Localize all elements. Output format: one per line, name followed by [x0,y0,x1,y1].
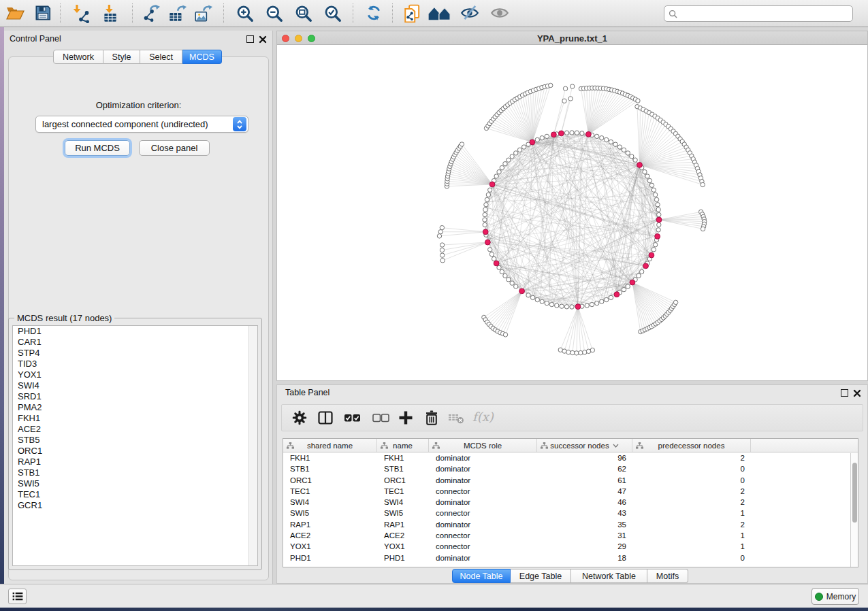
network-node[interactable] [489,252,494,256]
network-node[interactable] [570,131,574,135]
cell-MCDS-role[interactable]: dominator [429,452,537,463]
network-node[interactable] [585,303,589,308]
network-node[interactable] [530,295,534,299]
network-node[interactable] [440,248,444,252]
network-node[interactable] [437,234,441,238]
network-node[interactable] [595,134,599,138]
network-node[interactable] [440,243,444,247]
cell-name[interactable]: PHD1 [377,552,429,563]
deselect-all-checkboxes-icon[interactable] [372,410,392,427]
network-node[interactable] [563,86,567,90]
network-node[interactable] [488,188,492,192]
table-row[interactable]: RAP1RAP1dominator352 [283,519,858,530]
cell-successor-nodes[interactable]: 62 [537,463,632,474]
network-node[interactable] [497,169,501,174]
network-node[interactable] [656,228,660,232]
mcds-node[interactable] [649,252,654,258]
network-node[interactable] [656,208,660,212]
save-session-icon[interactable] [34,4,53,23]
cell-MCDS-role[interactable]: dominator [429,497,537,508]
mcds-node[interactable] [630,280,635,285]
close-panel-button[interactable]: Close panel [139,140,210,156]
network-canvas[interactable] [277,45,867,380]
network-node[interactable] [460,142,464,146]
network-node[interactable] [570,305,574,309]
cell-successor-nodes[interactable]: 47 [537,486,632,497]
mcds-node[interactable] [494,261,499,266]
mcds-result-item[interactable]: GCR1 [13,500,257,511]
network-node[interactable] [649,183,654,187]
add-column-icon[interactable] [398,410,415,427]
cell-shared-name[interactable]: RAP1 [283,519,377,530]
network-node[interactable] [613,142,617,146]
mcds-node[interactable] [656,217,662,222]
network-node[interactable] [535,137,539,142]
optimization-criterion-dropdown[interactable]: largest connected component (undirected) [35,116,248,133]
tab-motifs[interactable]: Motifs [647,569,688,583]
export-image-icon[interactable] [193,4,212,23]
network-node[interactable] [438,230,443,234]
network-node[interactable] [595,301,599,305]
cell-MCDS-role[interactable]: dominator [429,552,537,563]
column-header-predecessor-nodes[interactable]: predecessor nodes [632,439,751,452]
mcds-result-item[interactable]: ORC1 [13,446,257,457]
network-node[interactable] [575,131,579,135]
mcds-result-item[interactable]: STP4 [13,348,257,359]
network-node[interactable] [630,154,634,159]
table-row[interactable]: PHD1PHD1dominator180 [283,552,858,563]
network-node[interactable] [701,227,705,231]
column-header-successor-nodes[interactable]: successor nodes [537,439,632,452]
network-node[interactable] [526,293,530,297]
mcds-node[interactable] [551,132,556,137]
network-node[interactable] [517,148,521,152]
table-row[interactable]: FKH1FKH1dominator962 [283,452,858,463]
network-node[interactable] [570,84,574,88]
cell-shared-name[interactable]: FKH1 [283,452,377,463]
network-node[interactable] [562,349,566,353]
cell-shared-name[interactable]: ACE2 [283,530,377,541]
cell-predecessor-nodes[interactable]: 2 [632,486,751,497]
network-node[interactable] [568,97,573,101]
network-node[interactable] [503,333,507,337]
network-node[interactable] [575,351,579,355]
tab-network[interactable]: Network [53,50,103,64]
network-node[interactable] [483,212,487,216]
network-node[interactable] [507,278,511,282]
cell-predecessor-nodes[interactable]: 2 [632,497,751,508]
mcds-node[interactable] [530,139,535,145]
cell-predecessor-nodes[interactable]: 0 [632,475,751,486]
network-node[interactable] [545,134,549,138]
import-table-icon[interactable] [101,4,120,23]
task-history-button[interactable] [8,589,27,604]
mcds-node[interactable] [559,131,564,136]
cell-MCDS-role[interactable]: connector [429,486,537,497]
node-table[interactable]: shared namenameMCDS rolesuccessor nodesp… [283,438,858,567]
cell-successor-nodes[interactable]: 35 [537,519,632,530]
table-row[interactable]: ACE2ACE2connector311 [283,530,858,541]
cell-successor-nodes[interactable]: 29 [537,541,632,552]
cell-shared-name[interactable]: TEC1 [283,486,377,497]
network-node[interactable] [549,302,553,306]
cell-shared-name[interactable]: PHD1 [283,552,377,563]
tab-node-table[interactable]: Node Table [452,569,511,583]
cell-successor-nodes[interactable]: 18 [537,552,632,563]
network-node[interactable] [535,297,539,301]
mcds-result-item[interactable]: ACE2 [13,424,257,435]
cell-name[interactable]: ACE2 [377,530,429,541]
cell-predecessor-nodes[interactable]: 1 [632,508,751,518]
table-row[interactable]: STB1STB1dominator620 [283,463,858,474]
zoom-in-icon[interactable] [236,4,255,23]
table-row[interactable]: SWI5SWI5connector431 [283,508,858,518]
network-node[interactable] [503,274,507,278]
network-node[interactable] [653,193,657,197]
hide-selected-icon[interactable] [460,4,479,23]
network-node[interactable] [622,148,626,152]
cell-successor-nodes[interactable]: 31 [537,530,632,541]
cell-predecessor-nodes[interactable]: 0 [632,463,751,474]
network-node[interactable] [656,203,660,207]
import-network-icon[interactable] [72,4,91,23]
zoom-selected-icon[interactable] [323,4,342,23]
split-columns-icon[interactable] [317,410,335,427]
network-node[interactable] [500,269,504,274]
network-node[interactable] [652,248,656,252]
